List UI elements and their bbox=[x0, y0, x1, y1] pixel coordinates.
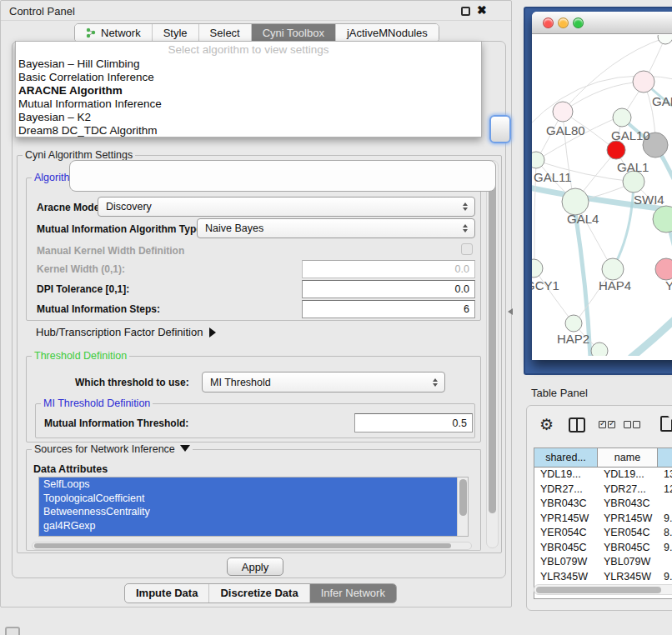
table-horizontal-scrollbar[interactable] bbox=[534, 584, 672, 595]
network-canvas[interactable]: GALGAL80GAL10GAL1GAL11SWI4GAL4GCY1HAP4YH… bbox=[532, 35, 672, 356]
mi-steps-input[interactable] bbox=[302, 300, 475, 318]
table-cell[interactable]: 13 bbox=[658, 468, 672, 482]
table-row[interactable]: YPR145WYPR145W9. bbox=[534, 512, 672, 527]
which-threshold-combo[interactable]: MI Threshold bbox=[202, 372, 445, 392]
table-cell[interactable]: YBR043C bbox=[598, 497, 658, 512]
tab-network[interactable]: Network bbox=[75, 24, 152, 42]
table-cell[interactable]: 9. bbox=[658, 570, 672, 585]
select-all-checkboxes-icon[interactable] bbox=[599, 421, 615, 428]
table-row[interactable]: YBR045CYBR045C9. bbox=[534, 541, 672, 556]
dpi-tolerance-input[interactable] bbox=[302, 280, 475, 298]
table-cell[interactable]: YPR145W bbox=[598, 512, 658, 527]
table-row[interactable]: YBR043CYBR043C bbox=[534, 497, 672, 512]
network-node[interactable] bbox=[532, 152, 544, 168]
close-icon[interactable]: ✖ bbox=[477, 3, 487, 17]
columns-icon[interactable] bbox=[569, 418, 585, 432]
float-window-icon[interactable] bbox=[461, 7, 470, 16]
attribute-list-item[interactable]: BetweennessCentrality bbox=[39, 505, 457, 519]
table-cell[interactable]: YLR345W bbox=[598, 570, 658, 585]
table-cell[interactable]: 8. bbox=[658, 526, 672, 541]
table-cell[interactable]: YDL19... bbox=[598, 468, 658, 482]
table-panel-title: Table Panel bbox=[531, 387, 588, 399]
table-cell[interactable]: YLR345W bbox=[534, 570, 598, 585]
table-cell[interactable]: YBR043C bbox=[534, 497, 598, 512]
attribute-list-item[interactable]: TopologicalCoefficient bbox=[39, 492, 457, 506]
algorithm-combo-arrow-button[interactable] bbox=[489, 115, 511, 143]
table-cell[interactable]: YDL19... bbox=[534, 468, 598, 482]
network-node[interactable] bbox=[602, 258, 624, 280]
column-header[interactable]: name bbox=[598, 448, 658, 467]
mac-minimize-button[interactable] bbox=[558, 18, 569, 28]
algorithm-option[interactable]: Basic Correlation Inference bbox=[16, 71, 481, 84]
tab-style[interactable]: Style bbox=[152, 24, 198, 42]
network-node[interactable] bbox=[633, 71, 654, 92]
algorithm-option[interactable]: Bayesian – K2 bbox=[16, 111, 481, 124]
bottom-tab-discretize-data[interactable]: Discretize Data bbox=[208, 584, 308, 602]
sources-horizontal-scrollbar[interactable] bbox=[32, 542, 472, 550]
aracne-mode-combo[interactable]: Discovery bbox=[98, 197, 475, 217]
attributes-vertical-scrollbar-thumb[interactable] bbox=[459, 479, 467, 516]
mac-close-button[interactable] bbox=[543, 18, 554, 28]
table-cell[interactable]: YPR145W bbox=[534, 512, 598, 527]
table-cell[interactable] bbox=[658, 555, 672, 570]
cyni-algorithm-settings-title: Cyni Algorithm Settings bbox=[23, 149, 135, 161]
table-cell[interactable]: YDR27... bbox=[598, 482, 658, 498]
network-node[interactable] bbox=[613, 108, 631, 127]
table-cell[interactable]: 9. bbox=[658, 512, 672, 527]
table-horizontal-scrollbar-thumb[interactable] bbox=[536, 587, 661, 593]
table-cell[interactable]: YER054C bbox=[534, 526, 598, 541]
network-node[interactable] bbox=[553, 102, 573, 122]
panel-resize-handle-icon[interactable] bbox=[508, 308, 513, 315]
sources-horizontal-scrollbar-thumb[interactable] bbox=[34, 543, 451, 548]
algorithm-option[interactable]: Dream8 DC_TDC Algorithm bbox=[16, 124, 481, 138]
table-cell[interactable]: YBL079W bbox=[534, 555, 598, 570]
tab-cyni-toolbox[interactable]: Cyni Toolbox bbox=[251, 24, 335, 42]
gear-icon[interactable]: ⚙ bbox=[539, 415, 554, 433]
attributes-vertical-scrollbar[interactable] bbox=[457, 478, 468, 536]
column-header[interactable]: shared... bbox=[534, 448, 598, 467]
algorithm-option[interactable]: Bayesian – Hill Climbing bbox=[16, 58, 481, 71]
table-cell[interactable]: YBL079W bbox=[598, 555, 658, 570]
network-node[interactable] bbox=[607, 141, 625, 159]
mac-zoom-button[interactable] bbox=[573, 18, 584, 28]
attribute-list-item[interactable]: SelfLoops bbox=[39, 478, 457, 492]
table-cell[interactable]: YBR045C bbox=[598, 541, 658, 556]
settings-vertical-scrollbar-thumb[interactable] bbox=[489, 163, 496, 513]
table-row[interactable]: YBL079WYBL079W bbox=[534, 555, 672, 570]
table-cell[interactable]: YER054C bbox=[598, 526, 658, 541]
clear-all-checkboxes-icon[interactable] bbox=[624, 421, 640, 428]
tab-select[interactable]: Select bbox=[198, 24, 251, 42]
algorithm-option[interactable]: ARACNE Algorithm bbox=[16, 84, 481, 98]
network-node[interactable] bbox=[591, 342, 608, 356]
table-cell[interactable] bbox=[658, 497, 672, 512]
mi-threshold-input[interactable] bbox=[354, 413, 473, 432]
mi-algorithm-type-combo[interactable]: Naive Bayes bbox=[197, 218, 475, 238]
network-node[interactable] bbox=[565, 315, 582, 332]
bottom-tab-infer-network[interactable]: Infer Network bbox=[309, 584, 396, 602]
apply-button[interactable]: Apply bbox=[227, 558, 283, 576]
table-row[interactable]: YDR27...YDR27...12 bbox=[534, 482, 672, 498]
spinner-arrows-icon bbox=[463, 224, 469, 232]
sources-title[interactable]: Sources for Network Inference bbox=[32, 443, 193, 455]
column-header[interactable]: A bbox=[658, 448, 672, 467]
settings-vertical-scrollbar[interactable] bbox=[486, 160, 499, 548]
table-row[interactable]: YLR345WYLR345W9. bbox=[534, 570, 672, 585]
table-row[interactable]: YER054CYER054C8. bbox=[534, 526, 672, 541]
bottom-tab-impute-data[interactable]: Impute Data bbox=[125, 584, 208, 602]
network-node[interactable] bbox=[655, 258, 672, 280]
table-cell[interactable]: 12 bbox=[658, 482, 672, 498]
table-cell[interactable]: YDR27... bbox=[534, 482, 598, 498]
tab-jactivemnodules[interactable]: jActiveMNodules bbox=[335, 24, 439, 42]
table-cell[interactable]: 9. bbox=[658, 541, 672, 556]
table-row[interactable]: YDL19...YDL19...13 bbox=[534, 468, 672, 482]
network-selector-combo-fragment[interactable] bbox=[69, 160, 496, 192]
attribute-list-item-partial[interactable] bbox=[39, 532, 457, 537]
network-node[interactable] bbox=[532, 259, 543, 278]
attribute-list-item[interactable]: gal4RGexp bbox=[39, 519, 457, 533]
file-icon[interactable] bbox=[660, 416, 672, 432]
network-node[interactable] bbox=[658, 35, 672, 44]
hub-transcription-factor-expander[interactable]: Hub/Transcription Factor Definition bbox=[36, 326, 216, 338]
table-cell[interactable]: YBR045C bbox=[534, 541, 598, 556]
minimized-panel-icon[interactable] bbox=[5, 627, 20, 635]
algorithm-option[interactable]: Mutual Information Inference bbox=[16, 98, 481, 111]
